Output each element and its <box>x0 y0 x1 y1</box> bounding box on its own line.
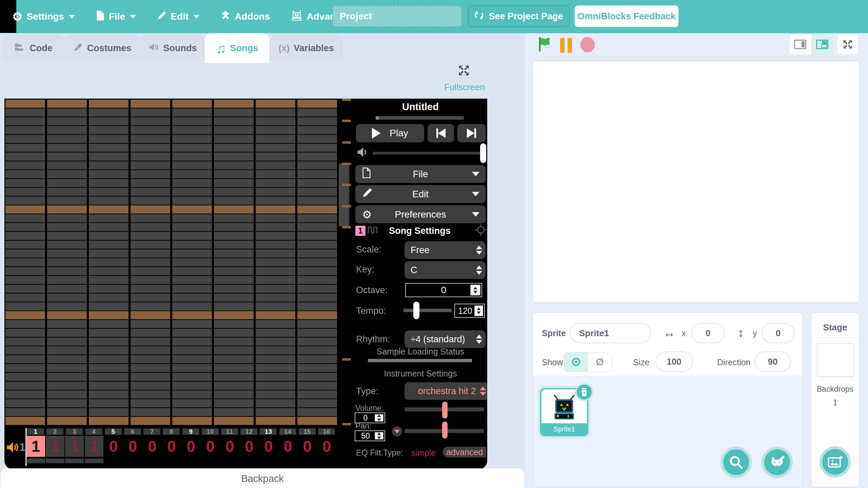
menu-edit[interactable]: Edit <box>157 11 199 23</box>
note-cell[interactable] <box>297 408 337 416</box>
note-cell[interactable] <box>89 161 129 169</box>
note-cell[interactable] <box>5 179 45 187</box>
note-cell[interactable] <box>131 241 170 249</box>
note-cell[interactable] <box>214 276 254 284</box>
note-cell[interactable] <box>297 135 337 143</box>
master-volume-slider[interactable] <box>373 152 483 155</box>
note-cell[interactable] <box>131 346 170 354</box>
note-cell[interactable] <box>172 126 212 134</box>
track-speaker-icon[interactable] <box>6 442 20 454</box>
instrument-volume-handle[interactable] <box>442 402 448 419</box>
note-cell[interactable] <box>47 117 87 125</box>
note-cell[interactable] <box>5 100 45 108</box>
note-cell[interactable] <box>256 417 295 425</box>
note-cell[interactable] <box>256 408 295 416</box>
note-cell[interactable] <box>172 135 212 143</box>
note-cell[interactable] <box>5 408 45 416</box>
step-value[interactable]: 0 <box>259 436 278 457</box>
note-cell[interactable] <box>5 399 45 407</box>
stage-fullscreen-button[interactable] <box>837 34 859 55</box>
note-cell[interactable] <box>131 364 170 372</box>
note-cell[interactable] <box>89 258 129 266</box>
note-cell[interactable] <box>47 161 87 169</box>
note-cell[interactable] <box>5 108 45 117</box>
note-cell[interactable] <box>5 329 45 337</box>
note-cell[interactable] <box>172 276 212 284</box>
note-cell[interactable] <box>47 355 87 363</box>
stop-button[interactable] <box>580 37 595 52</box>
note-cell[interactable] <box>172 382 212 390</box>
step-number[interactable]: 1 <box>27 428 44 435</box>
step-number[interactable]: 14 <box>279 428 296 435</box>
menu-settings[interactable]: ⚙ Settings <box>12 11 75 22</box>
note-cell[interactable] <box>297 161 337 169</box>
note-cell[interactable] <box>89 170 129 178</box>
note-cell[interactable] <box>214 338 254 346</box>
note-cell[interactable] <box>47 170 87 178</box>
note-cell[interactable] <box>89 232 129 240</box>
note-cell[interactable] <box>214 214 254 222</box>
note-cell[interactable] <box>89 223 129 231</box>
eq-advanced-option[interactable]: advanced <box>443 447 486 458</box>
note-cell[interactable] <box>256 267 295 275</box>
note-cell[interactable] <box>214 161 254 169</box>
note-cell[interactable] <box>131 293 170 302</box>
note-cell[interactable] <box>131 117 170 125</box>
editor-fullscreen-label[interactable]: Fullscreen <box>434 82 495 93</box>
minimap-scroll-thumb[interactable] <box>339 163 349 226</box>
note-cell[interactable] <box>47 223 87 231</box>
note-cell[interactable] <box>297 417 337 425</box>
note-cell[interactable] <box>256 373 295 381</box>
tempo-slider[interactable] <box>403 309 452 312</box>
note-cell[interactable] <box>5 338 45 346</box>
note-cell[interactable] <box>172 258 212 266</box>
note-cell[interactable] <box>256 320 295 328</box>
note-cell[interactable] <box>214 108 254 117</box>
note-cell[interactable] <box>5 135 45 143</box>
delete-sprite-button[interactable] <box>575 383 593 401</box>
note-cell[interactable] <box>131 108 170 117</box>
stage-selector-panel[interactable]: Stage Backdrops 1 <box>811 312 859 487</box>
note-cell[interactable] <box>5 355 45 363</box>
step-number[interactable]: 11 <box>221 428 238 435</box>
skip-to-start-button[interactable] <box>428 124 454 142</box>
spinner-buttons[interactable] <box>375 414 383 422</box>
note-cell[interactable] <box>297 399 337 407</box>
note-cell[interactable] <box>131 100 170 108</box>
note-cell[interactable] <box>256 188 295 196</box>
project-name-input[interactable] <box>332 5 462 27</box>
note-cell[interactable] <box>131 390 170 399</box>
note-cell[interactable] <box>214 267 254 275</box>
note-cell[interactable] <box>172 144 212 152</box>
note-cell[interactable] <box>172 390 212 399</box>
note-cell[interactable] <box>5 285 45 293</box>
note-cell[interactable] <box>131 373 170 381</box>
note-cell[interactable] <box>297 320 337 328</box>
song-progress-bar[interactable] <box>376 116 464 120</box>
note-cell[interactable] <box>89 364 129 372</box>
note-cell[interactable] <box>89 214 129 222</box>
note-cell[interactable] <box>256 364 295 372</box>
note-cell[interactable] <box>5 346 45 354</box>
note-cell[interactable] <box>297 346 337 354</box>
note-cell[interactable] <box>256 214 295 222</box>
note-cell[interactable] <box>131 205 170 214</box>
note-cell[interactable] <box>214 117 254 125</box>
note-cell[interactable] <box>297 241 337 249</box>
note-cell[interactable] <box>5 161 45 169</box>
large-stage-button[interactable] <box>811 34 833 55</box>
note-grid[interactable] <box>5 100 337 425</box>
note-cell[interactable] <box>131 276 170 284</box>
note-cell[interactable] <box>89 408 129 416</box>
step-number[interactable]: 10 <box>202 428 219 435</box>
note-cell[interactable] <box>172 232 212 240</box>
step-value[interactable]: 0 <box>143 436 161 457</box>
note-cell[interactable] <box>47 364 87 372</box>
note-cell[interactable] <box>256 399 295 407</box>
note-cell[interactable] <box>172 108 212 117</box>
instrument-type-select[interactable]: orchestra hit 2 <box>405 382 487 400</box>
note-cell[interactable] <box>256 205 295 214</box>
note-cell[interactable] <box>131 417 170 425</box>
note-cell[interactable] <box>256 135 295 143</box>
note-cell[interactable] <box>172 346 212 354</box>
